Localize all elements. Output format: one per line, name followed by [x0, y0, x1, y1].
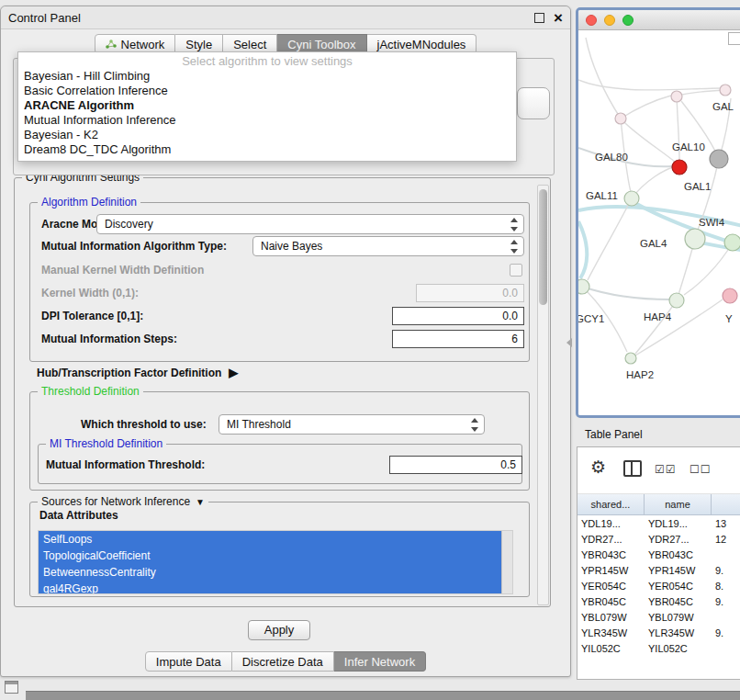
table-row[interactable]: YDR27...YDR27...12 — [577, 531, 740, 547]
panel-splitter-arrow[interactable] — [566, 338, 572, 347]
table-header-row: shared...name — [577, 494, 740, 515]
algorithm-placeholder: Select algorithm to view settings — [18, 54, 516, 69]
network-node-gal10-red[interactable] — [672, 160, 687, 175]
threshold-definition-title: Threshold Definition — [38, 385, 143, 398]
apply-button[interactable]: Apply — [248, 620, 310, 640]
bottom-tab-bar: Impute DataDiscretize DataInfer Network — [1, 651, 570, 672]
table-cell: YLR345W — [577, 627, 645, 638]
table-row[interactable]: YBR045CYBR045C9. — [577, 593, 740, 609]
mi-type-combo[interactable]: Naive Bayes — [252, 236, 524, 256]
network-node-n11[interactable] — [723, 288, 737, 303]
manual-kernel-checkbox[interactable] — [510, 264, 522, 277]
dpi-tolerance-field[interactable]: 0.0 — [392, 307, 524, 325]
column-header-name[interactable]: name — [645, 494, 712, 514]
mi-type-label: Mutual Information Algorithm Type: — [41, 236, 227, 256]
columns-icon[interactable] — [623, 460, 642, 477]
scrollbar-thumb[interactable] — [539, 189, 547, 305]
close-traffic-light[interactable] — [586, 15, 597, 26]
network-node-n1[interactable] — [615, 113, 626, 124]
node-label-gal: GAL — [712, 101, 734, 112]
algorithm-option-mutual-information-inference[interactable]: Mutual Information Inference — [18, 113, 516, 128]
mi-steps-field[interactable]: 6 — [392, 330, 524, 348]
algorithm-definition-title: Algorithm Definition — [38, 196, 140, 209]
kernel-width-field[interactable]: 0.0 — [416, 284, 524, 302]
table-cell: 13 — [712, 518, 740, 529]
select-unchecked-icon[interactable]: ☐☐ — [690, 463, 712, 476]
chevron-down-icon: ▼ — [196, 497, 205, 507]
canvas-scroll-corner[interactable] — [728, 32, 740, 45]
network-node-n6[interactable] — [685, 229, 705, 249]
manual-kernel-label: Manual Kernel Width Definition — [41, 260, 204, 280]
network-window-titlebar — [578, 10, 740, 30]
data-attribute-gal4rgexp[interactable]: gal4RGexp — [39, 581, 502, 594]
data-attribute-topologicalcoefficient[interactable]: TopologicalCoefficient — [39, 548, 502, 564]
algorithm-option-bayesian-k2[interactable]: Bayesian - K2 — [18, 128, 516, 142]
tab-label: Style — [185, 38, 212, 51]
node-label-gal80: GAL80 — [595, 152, 628, 163]
node-label-hap2: HAP2 — [626, 369, 654, 380]
algorithm-option-aracne-algorithm[interactable]: ARACNE Algorithm — [18, 98, 516, 113]
network-node-n8[interactable] — [578, 279, 589, 294]
data-attribute-betweennesscentrality[interactable]: BetweennessCentrality — [39, 564, 502, 581]
float-window-icon[interactable] — [534, 13, 544, 23]
table-row[interactable]: YPR145WYPR145W9. — [577, 562, 740, 578]
tab-infer-network[interactable]: Infer Network — [334, 651, 426, 672]
chevron-right-icon: ▶ — [229, 366, 238, 379]
network-node-n10[interactable] — [625, 353, 636, 364]
table-body: YDL19...YDL19...13YDR27...YDR27...12YBR0… — [577, 515, 740, 656]
hub-tf-definition-toggle[interactable]: Hub/Transcription Factor Definition ▶ — [37, 366, 238, 379]
table-row[interactable]: YER054CYER054C8. — [577, 578, 740, 593]
node-label-gal11: GAL11 — [586, 190, 618, 201]
which-threshold-value: MI Threshold — [227, 418, 291, 431]
table-cell: YDR27... — [577, 534, 645, 545]
which-threshold-label: Which threshold to use: — [81, 414, 207, 435]
network-node-n2[interactable] — [671, 91, 682, 102]
dpi-tolerance-label: DPI Tolerance [0,1]: — [41, 306, 143, 326]
settings-scrollbar[interactable] — [537, 185, 549, 605]
algorithm-option-bayesian-hill-climbing[interactable]: Bayesian - Hill Climbing — [18, 69, 516, 84]
table-row[interactable]: YIL052CYIL052C — [577, 640, 740, 656]
network-node-n7[interactable] — [724, 234, 740, 251]
data-attribute-selfloops[interactable]: SelfLoops — [39, 531, 502, 548]
list-scrollbar[interactable] — [501, 531, 512, 593]
stepper-icon — [510, 218, 519, 231]
gear-icon[interactable]: ⚙ — [590, 457, 606, 478]
table-row[interactable]: YDL19...YDL19...13 — [577, 515, 740, 531]
table-cell: 9. — [712, 627, 740, 638]
table-cell: YER054C — [577, 581, 645, 592]
table-row[interactable]: YLR345WYLR345W9. — [577, 625, 740, 640]
aracne-mode-combo[interactable]: Discovery — [96, 214, 524, 234]
minimized-window-icon[interactable] — [5, 681, 18, 694]
table-row[interactable]: YBL079WYBL079W — [577, 609, 740, 625]
column-header-shared[interactable]: shared... — [577, 494, 645, 514]
tab-impute-data[interactable]: Impute Data — [145, 651, 232, 672]
partial-rounded-control — [517, 87, 550, 119]
minimize-traffic-light[interactable] — [604, 15, 615, 26]
data-attributes-list[interactable]: SelfLoopsTopologicalCoefficientBetweenne… — [38, 530, 513, 594]
stepper-icon — [510, 240, 519, 254]
network-node-gray-hub[interactable] — [710, 150, 728, 168]
network-canvas[interactable]: GAL80GAL11GAL10GAL1GAL4SWI4GCY1HAP4HAP2G… — [578, 30, 740, 416]
mi-type-value: Naive Bayes — [261, 240, 322, 253]
network-node-n12[interactable] — [720, 85, 731, 96]
close-icon[interactable]: × — [554, 10, 563, 26]
algorithm-dropdown-popup: Select algorithm to view settings Bayesi… — [17, 51, 517, 162]
network-node-n5[interactable] — [624, 191, 639, 206]
table-toolbar: ⚙ ☑☑ ☐☐ — [577, 447, 740, 494]
column-header-extra[interactable] — [712, 494, 740, 514]
table-cell: YIL052C — [577, 643, 645, 654]
which-threshold-combo[interactable]: MI Threshold — [219, 414, 485, 435]
table-row[interactable]: YBR043CYBR043C — [577, 547, 740, 562]
algorithm-option-basic-correlation-inference[interactable]: Basic Correlation Inference — [18, 84, 516, 98]
table-cell: YPR145W — [645, 565, 712, 576]
window-title: Control Panel — [8, 11, 534, 25]
zoom-traffic-light[interactable] — [622, 15, 633, 26]
network-tab-icon — [106, 39, 117, 50]
mi-threshold-field[interactable]: 0.5 — [389, 456, 522, 474]
node-label-hap4: HAP4 — [644, 311, 672, 322]
tab-discretize-data[interactable]: Discretize Data — [232, 651, 334, 672]
select-checked-icon[interactable]: ☑☑ — [655, 463, 677, 476]
algorithm-list: Bayesian - Hill ClimbingBasic Correlatio… — [18, 69, 516, 157]
network-node-n9[interactable] — [669, 293, 684, 308]
algorithm-option-dream8-dc-tdc-algorithm[interactable]: Dream8 DC_TDC Algorithm — [18, 142, 516, 157]
